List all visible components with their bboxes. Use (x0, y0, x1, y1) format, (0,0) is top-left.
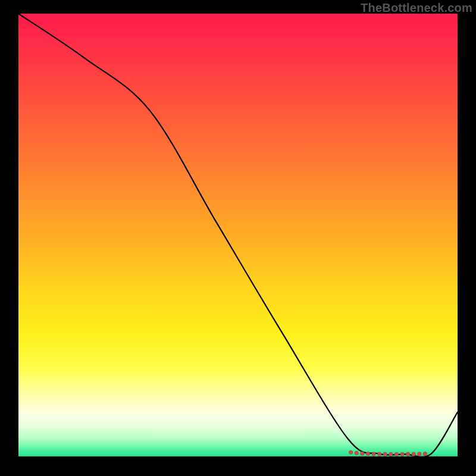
marker-dot (406, 452, 410, 456)
marker-dot (394, 452, 399, 456)
chart-root: TheBottleneck.com (0, 0, 476, 476)
curve-layer (18, 14, 458, 456)
marker-dot (372, 452, 376, 456)
marker-dot (366, 452, 370, 456)
marker-dot (412, 452, 416, 456)
marker-dot (423, 452, 427, 456)
value-curve (18, 14, 458, 457)
marker-dot (349, 450, 353, 455)
watermark-text: TheBottleneck.com (361, 1, 472, 15)
marker-dot (417, 452, 421, 456)
plot-area (18, 14, 458, 456)
marker-dot (400, 452, 405, 456)
marker-dot (355, 451, 359, 455)
marker-dot (389, 452, 393, 456)
marker-dot (360, 452, 364, 456)
marker-dot (383, 452, 387, 456)
marker-dot (377, 452, 381, 456)
